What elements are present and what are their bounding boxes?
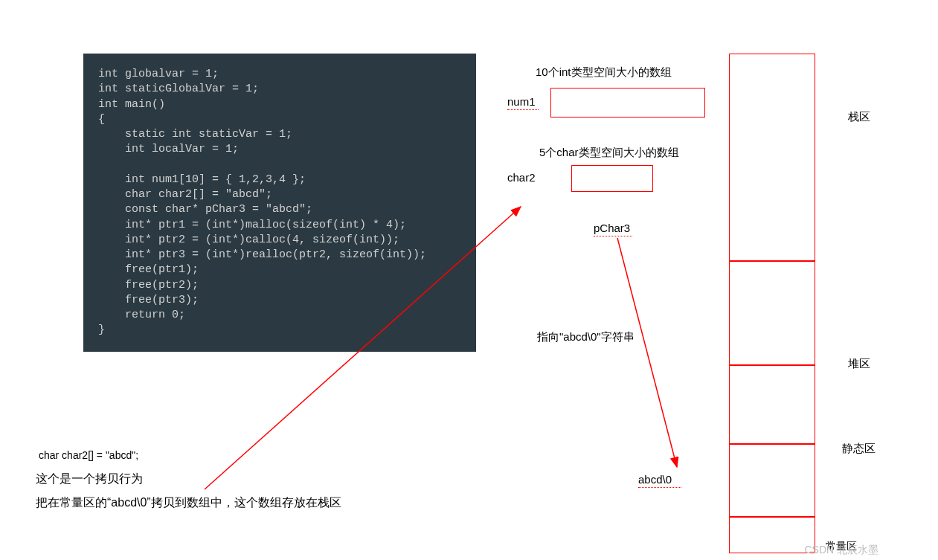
memory-divider-4 [729,516,815,518]
pchar3-label: pChar3 [594,222,630,234]
bottom-explain-1: 这个是一个拷贝行为 [36,472,143,487]
char2-box [571,165,653,192]
code-block: int globalvar = 1; int staticGlobalVar =… [83,54,476,352]
int-array-label: 10个int类型空间大小的数组 [536,65,672,80]
memory-divider-1 [729,260,815,262]
abcd0-label: abcd\0 [638,473,672,486]
pchar3-underline [594,236,632,236]
static-label: 静态区 [842,442,876,456]
num1-box [550,88,705,118]
bottom-code-line: char char2[] = "abcd"; [39,449,138,461]
memory-divider-3 [729,443,815,445]
num1-label: num1 [507,95,536,108]
memory-column-outer [729,54,815,553]
abcd0-underline [638,487,681,488]
bottom-explain-2: 把在常量区的“abcd\0”拷贝到数组中，这个数组存放在栈区 [36,495,341,511]
char2-label: char2 [507,171,536,184]
char-array-label: 5个char类型空间大小的数组 [539,146,679,160]
memory-divider-2 [729,364,815,366]
stack-label: 栈区 [848,110,870,124]
heap-label: 堆区 [848,357,870,371]
arrow-pchar3-to-const [617,238,677,467]
watermark: CSDN 北辰水墨 [804,544,878,557]
num1-underline [507,109,539,110]
points-to-label: 指向"abcd\0"字符串 [537,330,635,344]
